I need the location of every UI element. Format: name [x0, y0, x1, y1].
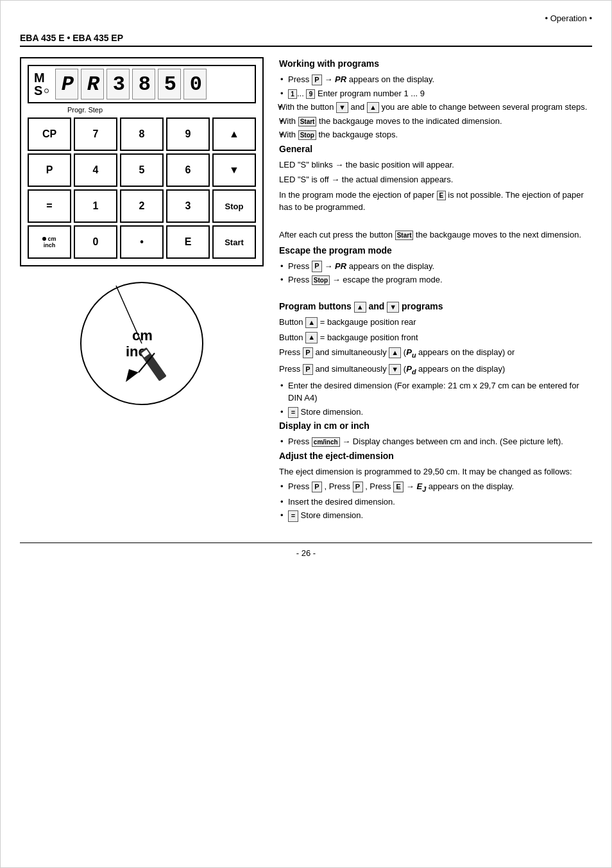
up-btn-inline: ▲: [367, 102, 379, 113]
key-p-inline: P: [312, 74, 322, 85]
cm-inch-list: Press cm/inch → Display changes between …: [279, 435, 592, 448]
progr-step-label: Progr. Step: [67, 106, 103, 114]
key-9-inline: 9: [306, 89, 315, 99]
section-display-cm-inch: Display in cm or inch Press cm/inch → Di…: [279, 419, 592, 448]
key-cm-inch[interactable]: cm inch: [28, 225, 71, 259]
ae-list: Press P , Press P , Press E → EJ appears…: [279, 480, 592, 522]
operation-header: • Operation •: [20, 13, 592, 26]
seg-char-2: R: [81, 69, 104, 100]
start-inline-2: Start: [395, 230, 414, 240]
key-stop[interactable]: Stop: [212, 189, 256, 223]
up-prog-btn: ▲: [354, 302, 366, 313]
cm-inch-item-1: Press cm/inch → Display changes between …: [279, 435, 592, 448]
seg-char-6: 0: [183, 69, 207, 100]
display-area: M S P R 3 8 5 0 Progr. Step: [28, 65, 256, 103]
keypad-grid: CP 7 8 9 ▲ P 4 5 6 ▼ = 1 2 3 Stop: [28, 117, 256, 259]
escape-item-1: Press P → PR appears on the display.: [279, 260, 592, 273]
up-btn-pb3: ▲: [389, 347, 401, 358]
equals-ae: =: [288, 510, 298, 521]
key-0[interactable]: 0: [74, 225, 117, 259]
ae-item-2: Insert the desired dimension.: [279, 496, 592, 508]
escape-list: Press P → PR appears on the display. Pre…: [279, 260, 592, 286]
section-program-buttons: Program buttons ▲ and ▼ programs Button …: [279, 300, 592, 418]
section-escape: Escape the program mode Press P → PR app…: [279, 244, 592, 286]
main-content: M S P R 3 8 5 0 Progr. Step: [20, 57, 592, 523]
right-panel: Working with programs Press P → PR appea…: [279, 57, 592, 523]
section-title-bar: EBA 435 E • EBA 435 EP: [20, 33, 592, 47]
ae-item-1: Press P , Press P , Press E → EJ appears…: [279, 480, 592, 494]
wp-item-2: 1... 9 Enter program number 1 ... 9: [279, 87, 592, 100]
e-key-inline: E: [437, 191, 446, 200]
general-line-2: LED "S" is off → the actual dimension ap…: [279, 173, 592, 186]
pb-sub-list: Enter the desired dimension (For example…: [279, 379, 592, 419]
key-p-esc1: P: [312, 261, 322, 272]
key-4[interactable]: 4: [74, 153, 117, 187]
heading-working-programs: Working with programs: [279, 57, 592, 71]
pb-sub-2: = Store dimension.: [279, 406, 592, 419]
p-btn-pb3: P: [303, 347, 313, 358]
section-general: General LED "S" blinks → the basic posit…: [279, 143, 592, 241]
pb-line-1: Button ▲ = backgauge position rear: [279, 316, 592, 329]
led-dot: [44, 89, 49, 93]
pb-line-2: Button ▲ = backgauge position front: [279, 331, 592, 344]
seg-char-5: 5: [158, 69, 181, 100]
stop-inline-1: Stop: [298, 130, 316, 140]
pr-display: PR: [335, 74, 346, 84]
key-1[interactable]: 1: [74, 189, 117, 223]
wp-item-3: With the button ▼ and ▲ you are able to …: [278, 101, 592, 114]
key-9[interactable]: 9: [166, 117, 210, 151]
pb-sub-1: Enter the desired dimension (For example…: [279, 379, 592, 404]
key-dot[interactable]: •: [120, 225, 164, 259]
wp-item-1: Press P → PR appears on the display.: [279, 73, 592, 86]
heading-escape: Escape the program mode: [279, 244, 592, 257]
ms-label: M S: [34, 71, 49, 97]
m-label: M: [34, 71, 49, 84]
key-up[interactable]: ▲: [212, 117, 256, 151]
down-btn-pb4: ▼: [389, 364, 401, 375]
key-2[interactable]: 2: [120, 189, 164, 223]
key-8[interactable]: 8: [120, 117, 164, 151]
key-3[interactable]: 3: [166, 189, 210, 223]
escape-item-2: Press Stop → escape the program mode.: [279, 273, 592, 286]
down-btn-inline: ▼: [336, 102, 348, 113]
heading-adjust-eject: Adjust the eject-dimension: [279, 449, 592, 463]
wp-item-4: With Start the backgauge moves to the in…: [279, 115, 592, 128]
start-inline: Start: [298, 117, 317, 126]
heading-display-cm-inch: Display in cm or inch: [279, 419, 592, 433]
cm-inch-key: cm/inch: [312, 437, 340, 447]
key-equals[interactable]: =: [28, 189, 71, 223]
key-5[interactable]: 5: [120, 153, 164, 187]
key-6[interactable]: 6: [166, 153, 210, 187]
segment-display: P R 3 8 5 0: [55, 69, 207, 100]
general-line-1: LED "S" blinks → the basic position will…: [279, 159, 592, 171]
key-cp[interactable]: CP: [28, 117, 71, 151]
up-btn-pb1: ▲: [305, 317, 318, 328]
down-prog-btn: ▼: [387, 302, 399, 313]
p-ae2: P: [353, 482, 363, 492]
seg-char-4: 8: [132, 69, 155, 100]
e-ae: E: [393, 482, 404, 492]
section-title: EBA 435 E • EBA 435 EP: [20, 33, 123, 43]
left-panel: M S P R 3 8 5 0 Progr. Step: [20, 57, 264, 523]
up-btn-pb2: ▲: [305, 332, 318, 343]
heading-program-buttons: Program buttons ▲ and ▼ programs: [279, 300, 592, 313]
key-p[interactable]: P: [28, 153, 71, 187]
ae-line-1: The eject dimension is programmed to 29,…: [279, 465, 592, 478]
stop-inline-esc: Stop: [312, 275, 330, 285]
key-start[interactable]: Start: [212, 225, 256, 259]
key-1-inline: 1: [288, 89, 297, 99]
key-e[interactable]: E: [166, 225, 210, 259]
page-footer: - 26 -: [20, 542, 592, 558]
p-btn-pb4: P: [303, 364, 313, 375]
seg-char-3: 3: [106, 69, 130, 100]
heading-general: General: [279, 143, 592, 156]
key-7[interactable]: 7: [74, 117, 117, 151]
circle-diagram: cm inc: [78, 279, 206, 408]
device-frame: M S P R 3 8 5 0 Progr. Step: [20, 57, 264, 266]
pr-display-2: PR: [335, 261, 346, 271]
key-down[interactable]: ▼: [212, 153, 256, 187]
page-container: • Operation • EBA 435 E • EBA 435 EP M S: [0, 0, 612, 868]
cm-dot: [42, 237, 46, 241]
operation-label: • Operation •: [545, 13, 592, 23]
working-programs-list: Press P → PR appears on the display. 1..…: [279, 73, 592, 141]
